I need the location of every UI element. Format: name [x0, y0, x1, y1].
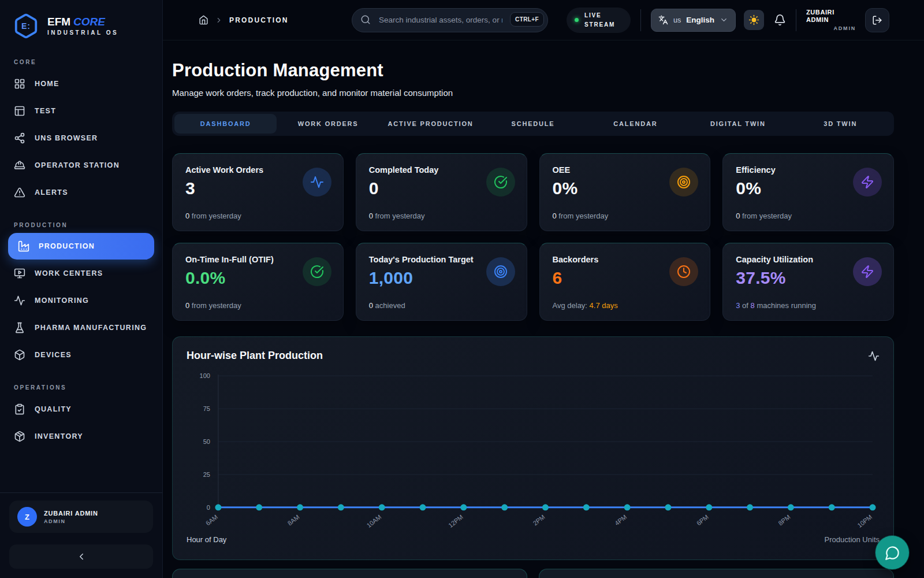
sidebar-user-text: ZUBAIRI ADMIN ADMIN	[44, 510, 98, 524]
tab-dashboard[interactable]: DASHBOARD	[174, 114, 277, 134]
check-circle-icon-badge	[303, 257, 331, 286]
sidebar-item-pharma-manufacturing[interactable]: PHARMA MANUFACTURING	[0, 314, 162, 341]
sidebar-item-uns-browser[interactable]: UNS BROWSER	[0, 124, 162, 151]
sidebar-item-label: TEST	[35, 107, 56, 115]
sidebar-item-label: PRODUCTION	[39, 242, 95, 250]
sidebar-item-label: DEVICES	[35, 351, 72, 359]
sidebar-item-quality[interactable]: QUALITY	[0, 395, 162, 423]
stat-card-today-s-production-target: Today's Production Target1,0000 achieved	[356, 243, 527, 321]
log-out-icon	[872, 15, 882, 25]
page-subtitle: Manage work orders, track production, an…	[172, 88, 894, 98]
sidebar-user-role: ADMIN	[44, 518, 98, 524]
notifications-button[interactable]	[774, 14, 786, 26]
chevron-right-icon	[215, 16, 223, 24]
stat-subtext: 0 from yesterday	[553, 212, 609, 220]
sidebar-item-inventory[interactable]: INVENTORY	[0, 423, 162, 450]
sidebar-user-name: ZUBAIRI ADMIN	[44, 510, 98, 517]
avatar: Z	[17, 507, 37, 527]
hourly-production-chart-card: Hour-wise Plant Production 02550751006AM…	[172, 336, 894, 560]
sidebar-item-label: OPERATOR STATION	[35, 161, 120, 169]
sidebar-user-card[interactable]: Z ZUBAIRI ADMIN ADMIN	[9, 501, 153, 533]
chevron-left-icon	[76, 551, 87, 562]
stats-grid: Active Work Orders30 from yesterdayCompl…	[172, 153, 894, 321]
chart-title: Hour-wise Plant Production	[187, 350, 323, 362]
nav-section-header: PRODUCTION	[0, 222, 162, 228]
nav-section-header: CORE	[0, 59, 162, 65]
stat-subtext: 0 from yesterday	[185, 212, 241, 220]
page-title: Production Management	[172, 60, 894, 81]
theme-toggle-button[interactable]	[744, 10, 764, 30]
activity-icon	[868, 350, 880, 362]
logout-button[interactable]	[865, 8, 889, 32]
live-stream-label: LIVE STREAM	[584, 11, 623, 29]
sun-icon	[748, 14, 759, 25]
sidebar-item-devices[interactable]: DEVICES	[0, 341, 162, 368]
sidebar-item-label: ALERTS	[35, 188, 68, 197]
target-icon	[677, 175, 691, 189]
stat-subtext: 0 from yesterday	[369, 212, 425, 220]
home-icon	[199, 15, 208, 25]
partial-card	[172, 569, 527, 578]
layout-grid-icon	[14, 78, 25, 90]
sidebar-item-production[interactable]: PRODUCTION	[8, 233, 154, 260]
panels-icon	[14, 105, 25, 117]
sidebar-item-label: INVENTORY	[35, 432, 83, 440]
tab-bar: DASHBOARDWORK ORDERSACTIVE PRODUCTIONSCH…	[172, 112, 894, 136]
stat-subtext: 0 from yesterday	[185, 301, 241, 310]
stat-card-completed-today: Completed Today00 from yesterday	[356, 153, 527, 231]
svg-text:12PM: 12PM	[447, 513, 464, 529]
sidebar-collapse-button[interactable]	[9, 544, 153, 569]
svg-text:10PM: 10PM	[856, 513, 873, 529]
sidebar-item-test[interactable]: TEST	[0, 97, 162, 124]
tab-active-production[interactable]: ACTIVE PRODUCTION	[379, 114, 482, 134]
languages-icon	[658, 15, 668, 25]
sidebar-item-operator-station[interactable]: OPERATOR STATION	[0, 151, 162, 179]
chevron-left-icon	[76, 551, 87, 562]
tab-calendar[interactable]: CALENDAR	[584, 114, 687, 134]
sidebar-item-monitoring[interactable]: MONITORING	[0, 287, 162, 314]
tab-digital-twin[interactable]: DIGITAL TWIN	[687, 114, 789, 134]
brand-text: EFMCORE INDUSTRIAL OS	[47, 16, 118, 36]
svg-text:8PM: 8PM	[777, 513, 791, 527]
package-icon	[14, 431, 25, 442]
sidebar-item-alerts[interactable]: ALERTS	[0, 179, 162, 206]
activity-icon-badge	[303, 168, 331, 197]
topbar-user: ZUBAIRI ADMIN ADMIN	[806, 9, 856, 31]
tab-schedule[interactable]: SCHEDULE	[482, 114, 584, 134]
svg-text:8AM: 8AM	[286, 513, 301, 527]
chart-header: Hour-wise Plant Production	[187, 350, 880, 362]
check-circle-icon	[310, 265, 324, 279]
sidebar-item-work-centers[interactable]: WORK CENTERS	[0, 260, 162, 287]
home-icon[interactable]	[199, 15, 208, 25]
series-legend-label: Production Units	[825, 535, 880, 544]
partial-card	[539, 569, 894, 578]
brand-tagline: INDUSTRIAL OS	[47, 29, 118, 36]
languages-icon	[658, 15, 668, 25]
language-selector[interactable]: us English	[651, 9, 736, 32]
sidebar-item-label: UNS BROWSER	[35, 134, 98, 142]
tab-3d-twin[interactable]: 3D TWIN	[789, 114, 892, 134]
message-circle-icon	[885, 545, 900, 561]
hard-hat-icon	[14, 160, 25, 171]
nav-section-operations: OPERATIONSQUALITYINVENTORY	[0, 384, 162, 450]
bottom-cards-row	[172, 569, 894, 578]
activity-icon	[868, 350, 880, 362]
svg-text:50: 50	[203, 438, 210, 445]
tab-work-orders[interactable]: WORK ORDERS	[277, 114, 379, 134]
chat-button[interactable]	[875, 536, 909, 569]
factory-icon	[18, 240, 29, 252]
nav-section-production: PRODUCTIONPRODUCTIONWORK CENTERSMONITORI…	[0, 222, 162, 368]
share-icon	[14, 132, 25, 144]
live-stream-button[interactable]: LIVE STREAM	[567, 8, 631, 33]
bell-icon	[774, 14, 786, 26]
global-search: CTRL+F	[352, 8, 548, 32]
topbar-divider	[640, 9, 641, 31]
stat-card-capacity-utilization: Capacity Utilization37.5%3 of 8 machines…	[722, 243, 894, 321]
target-icon	[494, 265, 508, 279]
check-circle-icon-badge	[486, 168, 515, 197]
nav-section-core: COREHOMETESTUNS BROWSEROPERATOR STATIONA…	[0, 59, 162, 206]
svg-text:6PM: 6PM	[695, 513, 710, 527]
sidebar-item-home[interactable]: HOME	[0, 70, 162, 97]
activity-icon	[310, 175, 324, 189]
breadcrumb: PRODUCTION	[199, 15, 289, 25]
